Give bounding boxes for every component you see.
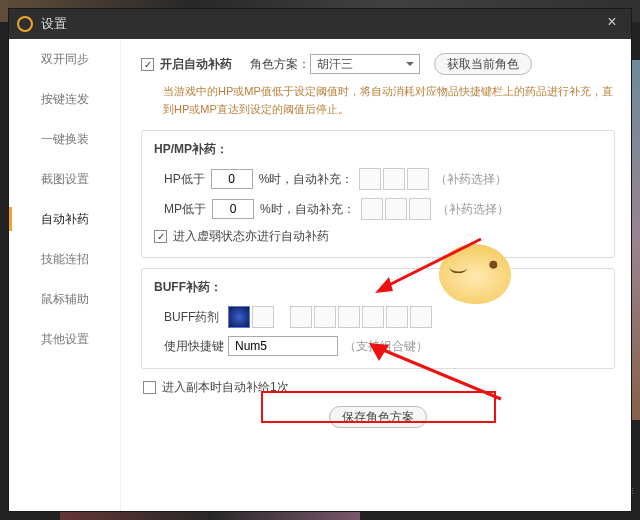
- hp-suffix: %时，自动补充：: [259, 171, 354, 188]
- titlebar: 设置 ×: [9, 9, 631, 39]
- buff-slot-2[interactable]: [252, 306, 274, 328]
- buff-slot-7[interactable]: [386, 306, 408, 328]
- mp-slot-3[interactable]: [409, 198, 431, 220]
- sidebar-item-gearset[interactable]: 一键换装: [9, 119, 120, 159]
- close-button[interactable]: ×: [601, 13, 623, 35]
- buff-slot-4[interactable]: [314, 306, 336, 328]
- sidebar-item-mouse[interactable]: 鼠标辅助: [9, 279, 120, 319]
- hp-choose-hint: （补药选择）: [435, 171, 507, 188]
- dungeon-once-checkbox[interactable]: [143, 381, 156, 394]
- save-role-button[interactable]: 保存角色方案: [329, 406, 427, 428]
- sidebar-item-keyspam[interactable]: 按键连发: [9, 79, 120, 119]
- hp-slot-1[interactable]: [359, 168, 381, 190]
- sidebar-item-screenshot[interactable]: 截图设置: [9, 159, 120, 199]
- mp-threshold-input[interactable]: [212, 199, 254, 219]
- weak-state-checkbox[interactable]: ✓: [154, 230, 167, 243]
- buff-title: BUFF补药：: [154, 279, 602, 296]
- hpmp-section: HP/MP补药： HP低于 %时，自动补充： （补药选择） MP低于 %时，自动: [141, 130, 615, 258]
- mp-suffix: %时，自动补充：: [260, 201, 355, 218]
- sidebar-item-sync[interactable]: 双开同步: [9, 39, 120, 79]
- hp-prefix: HP低于: [164, 171, 205, 188]
- role-select[interactable]: 胡汗三: [310, 54, 420, 74]
- buff-slot-1[interactable]: [228, 306, 250, 328]
- sidebar-item-autopotion[interactable]: 自动补药: [9, 199, 120, 239]
- buff-slot-8[interactable]: [410, 306, 432, 328]
- mp-slot-2[interactable]: [385, 198, 407, 220]
- buff-section: BUFF补药： BUFF药剂: [141, 268, 615, 369]
- description: 当游戏中的HP或MP值低于设定阈值时，将自动消耗对应物品快捷键栏上的药品进行补充…: [163, 83, 615, 118]
- settings-panel: 设置 × 双开同步 按键连发 一键换装 截图设置 自动补药 技能连招 鼠标辅助 …: [8, 8, 632, 512]
- sidebar: 双开同步 按键连发 一键换装 截图设置 自动补药 技能连招 鼠标辅助 其他设置: [9, 39, 121, 511]
- get-role-button[interactable]: 获取当前角色: [434, 53, 532, 75]
- hp-slot-3[interactable]: [407, 168, 429, 190]
- role-label: 角色方案：: [250, 56, 310, 73]
- hp-threshold-input[interactable]: [211, 169, 253, 189]
- sidebar-item-combo[interactable]: 技能连招: [9, 239, 120, 279]
- enable-autopotion-label: 开启自动补药: [160, 56, 232, 73]
- content: ✓ 开启自动补药 角色方案： 胡汗三 获取当前角色 当游戏中的HP或MP值低于设…: [121, 39, 631, 511]
- buff-slot-3[interactable]: [290, 306, 312, 328]
- buff-slot-5[interactable]: [338, 306, 360, 328]
- hp-slot-2[interactable]: [383, 168, 405, 190]
- hotkey-input[interactable]: [228, 336, 338, 356]
- window-title: 设置: [41, 15, 67, 33]
- mp-slot-1[interactable]: [361, 198, 383, 220]
- hotkey-label: 使用快捷键: [164, 338, 228, 355]
- app-icon: [17, 16, 33, 32]
- weak-state-label: 进入虚弱状态亦进行自动补药: [173, 228, 329, 245]
- hpmp-title: HP/MP补药：: [154, 141, 602, 158]
- dungeon-once-label: 进入副本时自动补给1次: [162, 379, 289, 396]
- buff-slot-6[interactable]: [362, 306, 384, 328]
- buff-item-label: BUFF药剂: [164, 309, 228, 326]
- hotkey-hint: （支持组合键）: [344, 338, 428, 355]
- sidebar-item-other[interactable]: 其他设置: [9, 319, 120, 359]
- mp-choose-hint: （补药选择）: [437, 201, 509, 218]
- mp-prefix: MP低于: [164, 201, 206, 218]
- enable-autopotion-checkbox[interactable]: ✓: [141, 58, 154, 71]
